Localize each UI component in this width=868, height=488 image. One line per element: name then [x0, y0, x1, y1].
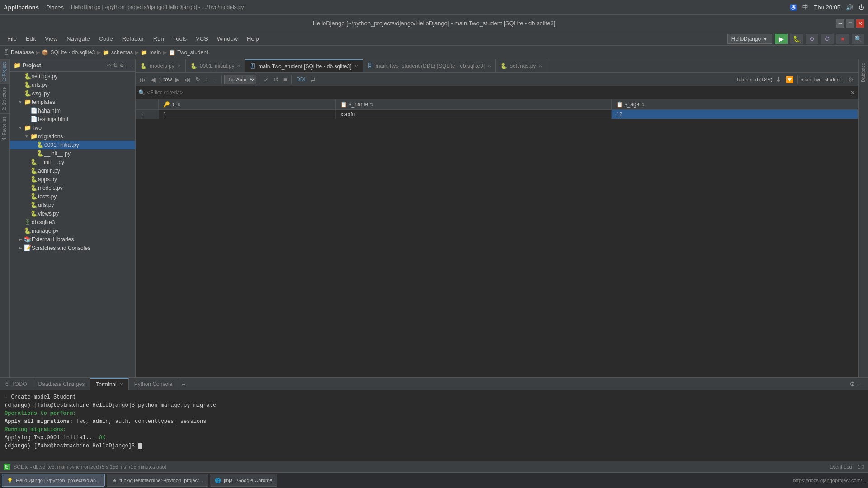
tab-close-two-student[interactable]: ✕ [354, 64, 358, 69]
cell-s_name[interactable]: xiaofu [336, 110, 612, 119]
tab-close-settings[interactable]: ✕ [538, 63, 542, 68]
taskbar-item-hellodj[interactable]: 💡 HelloDjango [~/python_projects/djan... [2, 474, 105, 487]
debug-button[interactable]: 🐛 [790, 34, 803, 44]
breadcrumb-two-student[interactable]: Two_student [177, 49, 208, 56]
column-header-id[interactable]: 🔑 id ⇅ [159, 99, 336, 110]
stop-button[interactable]: ■ [836, 34, 849, 44]
tab-terminal-close[interactable]: ✕ [119, 382, 123, 387]
column-header-s_age[interactable]: 📋 s_age ⇅ [612, 99, 858, 110]
tree-item-templates[interactable]: ▼ 📁 templates [10, 98, 135, 106]
ddl-nav-icon[interactable]: ⇄ [311, 76, 315, 83]
taskbar-item-chrome[interactable]: 🌐 jinja - Google Chrome [210, 474, 277, 487]
import-button[interactable]: 🔽 [784, 75, 795, 84]
tree-item-scratches[interactable]: ▶ 📝 Scratches and Consoles [10, 244, 135, 252]
tab-close-two-student-ddl[interactable]: ✕ [487, 63, 491, 68]
coverage-button[interactable]: ⊙ [806, 34, 818, 44]
tree-item-migrations[interactable]: ▼ 📁 migrations [10, 132, 135, 141]
tree-item-two[interactable]: ▼ 📁 Two [10, 123, 135, 132]
revert-button[interactable]: ↺ [272, 75, 280, 84]
menu-run[interactable]: Run [150, 34, 168, 43]
menu-refactor[interactable]: Refactor [118, 34, 148, 43]
tab-todo[interactable]: 6: TODO [0, 378, 33, 390]
breadcrumb-database[interactable]: Database [11, 49, 34, 56]
breadcrumb-sqlite[interactable]: SQLite - db.sqlite3 [50, 49, 95, 56]
tree-item-external[interactable]: ▶ 📚 External Libraries [10, 235, 135, 244]
power-icon[interactable]: ⏻ [859, 4, 864, 11]
column-header-s_name[interactable]: 📋 s_name ⇅ [336, 99, 612, 110]
tab-two-student[interactable]: 🗄 main.Two_student [SQLite - db.sqlite3]… [245, 59, 363, 73]
search-everywhere-button[interactable]: 🔍 [852, 34, 864, 44]
next-row-button[interactable]: ▶ [174, 75, 181, 84]
sort-sage-icon[interactable]: ⇅ [641, 103, 645, 107]
menu-file[interactable]: File [4, 34, 20, 43]
tree-item-urls-two[interactable]: 🐍 urls.py [10, 201, 135, 209]
tree-item-settings-main[interactable]: 🐍 settings.py [10, 72, 135, 80]
cell-s_age[interactable]: 12 [612, 110, 858, 119]
event-log-button[interactable]: Event Log [830, 464, 852, 469]
tx-select[interactable]: Tx: Auto [224, 75, 256, 84]
tab-close-models[interactable]: ✕ [177, 63, 181, 68]
menu-vcs[interactable]: VCS [192, 34, 212, 43]
tree-item-tests[interactable]: 🐍 tests.py [10, 192, 135, 201]
sidebar-tab-project[interactable]: 1: Project [0, 59, 9, 84]
sidebar-tab-favorites[interactable]: 4: Favorites [0, 113, 9, 143]
export-button[interactable]: ⬇ [774, 75, 783, 84]
minimize-button[interactable]: ─ [836, 19, 844, 28]
tree-item-models[interactable]: 🐍 models.py [10, 183, 135, 192]
tree-item-testjinja[interactable]: 📄 testjinja.html [10, 115, 135, 123]
tab-db-changes[interactable]: Database Changes [33, 378, 91, 390]
sidebar-tab-structure[interactable]: 2: Structure [0, 84, 9, 113]
sort-sname-icon[interactable]: ⇅ [370, 103, 373, 107]
minimize-panel-icon[interactable]: — [126, 62, 132, 69]
menu-window[interactable]: Window [213, 34, 241, 43]
add-row-button[interactable]: + [203, 75, 210, 84]
close-button[interactable]: ✕ [856, 19, 864, 28]
settings-icon[interactable]: ⚙ [119, 62, 124, 69]
expand-all-icon[interactable]: ⇅ [113, 62, 118, 69]
menu-help[interactable]: Help [243, 34, 263, 43]
profile-button[interactable]: ⏱ [821, 34, 834, 44]
sort-id-icon[interactable]: ⇅ [177, 103, 181, 107]
add-terminal-button[interactable]: + [178, 380, 189, 388]
tree-item-views[interactable]: 🐍 views.py [10, 209, 135, 218]
applications-menu[interactable]: Applications [4, 4, 39, 11]
tab-models[interactable]: 🐍 models.py ✕ [136, 59, 186, 73]
tree-item-0001[interactable]: 🐍 0001_initial.py [10, 141, 135, 149]
tree-item-wsgi[interactable]: 🐍 wsgi.py [10, 89, 135, 98]
menu-code[interactable]: Code [95, 34, 117, 43]
tab-0001[interactable]: 🐍 0001_initial.py ✕ [186, 59, 246, 73]
menu-tools[interactable]: Tools [170, 34, 190, 43]
menu-view[interactable]: View [41, 34, 61, 43]
tree-item-db[interactable]: 🗄 db.sqlite3 [10, 218, 135, 226]
delete-row-button[interactable]: − [212, 75, 218, 84]
tree-item-init-two[interactable]: 🐍 __init__.py [10, 158, 135, 166]
project-selector[interactable]: HelloDjango ▼ [727, 34, 772, 44]
maximize-button[interactable]: □ [846, 19, 854, 28]
cell-id[interactable]: 1 [159, 110, 336, 119]
menu-navigate[interactable]: Navigate [63, 34, 93, 43]
tree-item-admin[interactable]: 🐍 admin.py [10, 166, 135, 175]
last-row-button[interactable]: ⏭ [183, 75, 192, 84]
stop-button[interactable]: ■ [282, 75, 288, 84]
table-row[interactable]: 1 1 xiaofu 12 [136, 110, 858, 119]
panel-scrollbar[interactable] [10, 254, 135, 258]
tab-close-0001[interactable]: ✕ [237, 63, 241, 68]
refresh-button[interactable]: ↻ [194, 75, 202, 84]
first-row-button[interactable]: ⏮ [138, 75, 147, 84]
menu-edit[interactable]: Edit [22, 34, 39, 43]
tree-item-urls-main[interactable]: 🐍 urls.py [10, 80, 135, 89]
locate-icon[interactable]: ⊙ [107, 62, 111, 69]
tab-two-student-ddl[interactable]: 🗄 main.Two_student (DDL) [SQLite - db.sq… [363, 59, 496, 73]
tree-item-manage[interactable]: 🐍 manage.py [10, 226, 135, 235]
breadcrumb-schemas[interactable]: schemas [111, 49, 133, 56]
breadcrumb-main[interactable]: main [149, 49, 161, 56]
prev-row-button[interactable]: ◀ [149, 75, 157, 84]
filter-close-button[interactable]: ✕ [850, 89, 855, 96]
terminal-minimize-button[interactable]: — [858, 380, 864, 388]
tab-python-console[interactable]: Python Console [129, 378, 179, 390]
tree-item-apps[interactable]: 🐍 apps.py [10, 175, 135, 183]
filter-input[interactable] [147, 89, 855, 96]
ddl-button[interactable]: DDL [294, 75, 309, 84]
tree-item-init-migrations[interactable]: 🐍 __init__.py [10, 149, 135, 158]
table-settings-button[interactable]: ⚙ [847, 75, 855, 84]
